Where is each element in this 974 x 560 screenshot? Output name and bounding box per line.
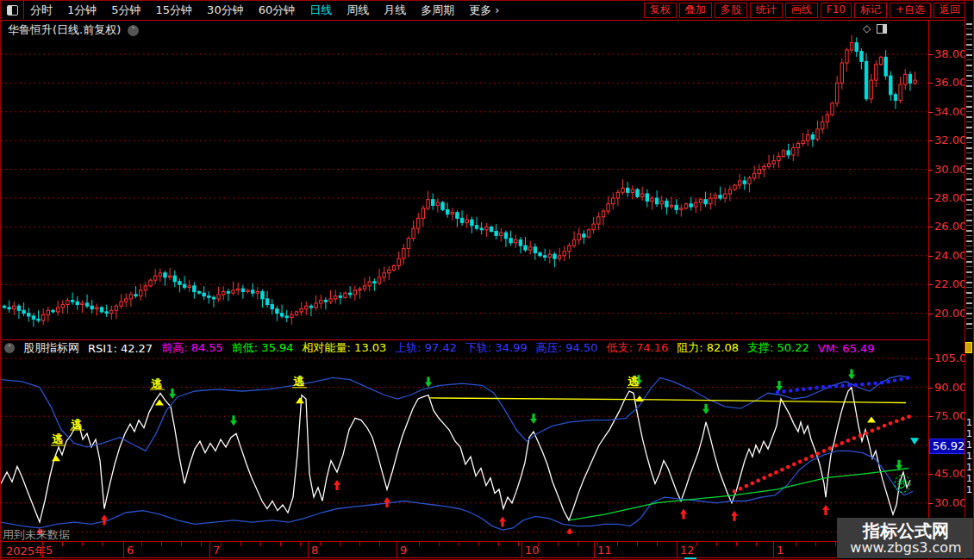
indicator-param: 阻力: 82.08 (677, 340, 739, 356)
week-tick (518, 542, 519, 546)
week-tick (459, 542, 459, 546)
indicator-tick-label: 90.00 (934, 381, 966, 394)
axis-tick (928, 83, 933, 84)
axis-tick (928, 388, 933, 389)
indicator-param: RSI1: 42.27 (88, 342, 153, 355)
period-tab[interactable]: 60分钟 (259, 3, 296, 18)
watermark: 指标公式网 www.zbgs3.com (837, 518, 974, 558)
week-tick (538, 542, 539, 546)
indicator-chart[interactable]: 逃逃逃逃逃抄 (1, 356, 928, 534)
price-tick-label: 22.00 (934, 277, 966, 290)
price-tick-label: 28.00 (934, 191, 966, 204)
sidebar-clipped-digits: 1111111 (966, 417, 972, 495)
title-dropdown-icon[interactable]: ˅ (128, 25, 139, 36)
period-tab[interactable]: 5分钟 (111, 3, 140, 18)
panel-toggle-icon[interactable] (877, 24, 887, 34)
week-tick (359, 542, 360, 546)
svg-text:逃: 逃 (293, 375, 305, 388)
price-chart[interactable] (1, 21, 928, 341)
layout-toggle-glyph (7, 5, 18, 16)
future-data-notice: 用到未来数据 (3, 527, 70, 543)
week-tick (161, 542, 162, 546)
month-label: 8 (311, 544, 318, 557)
week-tick (578, 542, 578, 546)
month-label: 7 (213, 544, 220, 557)
toolbar-button[interactable]: 画线 (785, 3, 818, 18)
week-tick (637, 542, 638, 546)
axis-tick (928, 140, 933, 141)
toolbar-button[interactable]: F10 (821, 3, 852, 18)
month-label: 6 (127, 544, 134, 557)
month-separator (308, 542, 309, 557)
indicator-param: 低支: 74.16 (607, 340, 669, 356)
week-tick (815, 542, 816, 546)
layout-toggle-icon[interactable] (1, 1, 24, 19)
axis-tick (928, 474, 933, 475)
period-tab[interactable]: 日线 (309, 3, 332, 18)
axis-tick (928, 358, 933, 359)
toolbar-button[interactable]: 叠加 (679, 3, 712, 18)
month-label: 11 (597, 544, 612, 557)
axis-tick (928, 503, 933, 504)
price-tick-label: 32.00 (934, 134, 966, 146)
period-tab[interactable]: 15分钟 (156, 3, 193, 18)
indicator-param: 前低: 35.94 (232, 340, 294, 356)
date-axis: 2025年567891011121 (1, 541, 967, 558)
toolbar-button[interactable]: +自选 (890, 3, 931, 18)
app-window: 分时1分钟5分钟15分钟30分钟60分钟日线周线月线多周期更多 › 复权叠加多股… (0, 0, 974, 560)
indicator-tick-label: 30.00 (934, 496, 966, 509)
month-separator (594, 542, 595, 557)
toolbar-button[interactable]: 返回 (933, 3, 966, 18)
axis-tick (928, 256, 933, 257)
month-label: 9 (400, 544, 407, 557)
week-tick (221, 542, 222, 546)
period-tab[interactable]: 更多 › (469, 3, 499, 18)
month-label: 5 (46, 544, 53, 557)
indicator-source: 股朋指标网 (23, 340, 79, 356)
week-tick (102, 542, 103, 546)
indicator-dropdown-icon[interactable]: ˅ (4, 343, 15, 353)
title-bar: 华鲁恒升(日线.前复权) ˅ (8, 22, 139, 38)
week-tick (597, 542, 598, 546)
indicator-param: VM: 65.49 (818, 342, 875, 355)
week-tick (201, 542, 202, 546)
week-tick (696, 542, 697, 546)
month-separator (42, 542, 43, 557)
svg-text:逃: 逃 (151, 377, 163, 390)
week-tick (280, 542, 281, 546)
toolbar-button[interactable]: 统计 (750, 3, 783, 18)
svg-text:逃: 逃 (627, 375, 640, 388)
week-tick (181, 542, 182, 546)
axis-tick (928, 227, 933, 227)
week-tick (320, 542, 321, 546)
axis-tick (928, 198, 933, 199)
period-tab[interactable]: 分时 (30, 3, 53, 18)
week-tick (835, 542, 836, 546)
indicator-tick-label: 45.00 (934, 467, 966, 480)
toolbar-button[interactable]: 复权 (644, 3, 677, 18)
toolbar-button[interactable]: 标记 (854, 3, 887, 18)
right-sidebar[interactable]: 1111111 (965, 1, 973, 560)
svg-text:逃: 逃 (71, 418, 83, 431)
svg-text:逃: 逃 (52, 432, 64, 445)
week-tick (300, 542, 301, 546)
week-tick (439, 542, 440, 546)
toolbar-button[interactable]: 多股 (715, 3, 747, 18)
watermark-url: www.zbgs3.com (850, 540, 961, 556)
week-tick (340, 542, 340, 546)
period-tab[interactable]: 月线 (384, 3, 406, 18)
week-tick (419, 542, 420, 546)
month-separator (773, 542, 774, 557)
indicator-tick-label: 75.00 (934, 409, 966, 422)
top-toolbar: 分时1分钟5分钟15分钟30分钟60分钟日线周线月线多周期更多 › 复权叠加多股… (1, 1, 974, 21)
period-tab[interactable]: 多周期 (421, 3, 454, 18)
week-tick (379, 542, 380, 546)
diamond-icon[interactable]: ◇ (863, 22, 871, 34)
period-tabs: 分时1分钟5分钟15分钟30分钟60分钟日线周线月线多周期更多 › (30, 1, 500, 19)
month-separator (123, 542, 124, 557)
period-tab[interactable]: 1分钟 (67, 3, 97, 18)
sidebar-highlight-chip (965, 342, 972, 353)
period-tab[interactable]: 30分钟 (207, 3, 244, 18)
period-tab[interactable]: 周线 (347, 3, 369, 18)
axis-tick (928, 314, 933, 314)
